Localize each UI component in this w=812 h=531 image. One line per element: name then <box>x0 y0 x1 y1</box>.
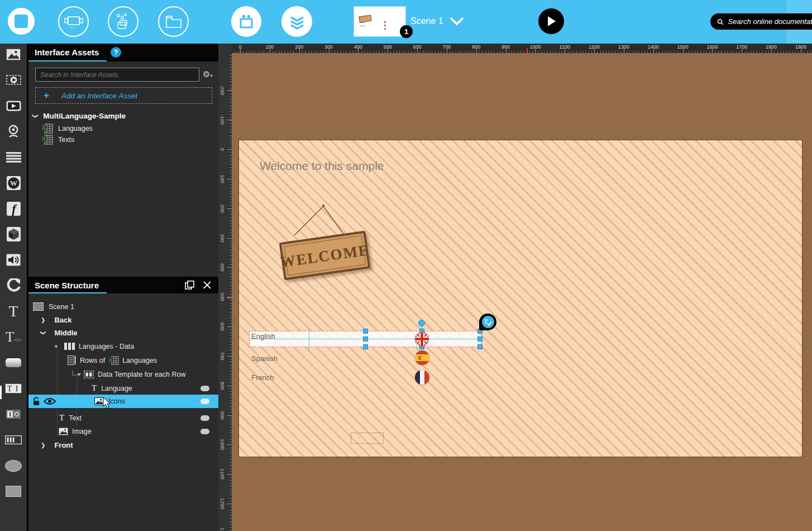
add-interface-asset-button[interactable]: + Add an Interface Asset <box>35 87 212 104</box>
tree-row-rows-of-languages[interactable]: Rows of X Languages <box>28 354 218 367</box>
tool-audio[interactable] <box>5 252 22 268</box>
rows-icon <box>68 355 76 365</box>
online-doc-search[interactable]: Search online documentation <box>710 13 812 30</box>
active-tool-indicator <box>0 386 2 399</box>
scene-selector-chevron-down-icon[interactable] <box>448 16 465 27</box>
interface-assets-button[interactable] <box>108 6 138 37</box>
home-button[interactable] <box>8 8 35 35</box>
scene-selector-label[interactable]: Scene 1 <box>410 16 443 26</box>
scene-thumbnail[interactable] <box>354 7 405 36</box>
visibility-pill[interactable] <box>200 415 209 421</box>
asset-item-texts[interactable]: X Texts <box>41 135 74 145</box>
resize-handle-e[interactable] <box>477 336 483 342</box>
button-icon <box>6 358 21 367</box>
chevron-down-icon[interactable]: ❯ <box>40 330 46 335</box>
layers-button[interactable] <box>281 6 312 37</box>
visibility-pill[interactable] <box>200 429 209 434</box>
v-ruler-tick-label: 100 <box>219 174 225 183</box>
tool-button[interactable] <box>5 355 22 371</box>
tree-row-data-template[interactable]: Data Template for each Row <box>28 368 218 381</box>
edit-scene-button[interactable] <box>231 6 261 37</box>
tree-row-text[interactable]: T Text <box>28 411 218 424</box>
text-lines-icon <box>6 152 21 163</box>
design-canvas[interactable]: Welcome to this sample WELCOME English S… <box>232 53 812 531</box>
flag-uk-icon[interactable] <box>415 332 429 346</box>
tool-flash[interactable]: f <box>5 201 22 216</box>
v-ruler-tick-label: 300 <box>219 234 225 242</box>
scene-structure-titlebar: Scene Structure <box>28 277 218 293</box>
tool-rectangle[interactable] <box>5 483 22 499</box>
chevron-down-icon[interactable]: ❯ <box>32 113 39 118</box>
v-ruler-tick-label: 800 <box>219 381 225 390</box>
language-item-french[interactable]: French <box>251 373 274 382</box>
resize-handle-sw[interactable] <box>363 344 368 349</box>
selection-options-badge[interactable] <box>479 314 496 330</box>
visibility-pill[interactable] <box>200 399 209 404</box>
unlocked-icon[interactable] <box>32 397 40 406</box>
chevron-right-icon[interactable]: ❯ <box>41 317 45 323</box>
scenes-button[interactable]: ‹ › <box>58 6 89 37</box>
rich-text-icon: T</> <box>6 329 21 345</box>
tool-3d-model[interactable] <box>5 226 22 242</box>
tool-toggle[interactable] <box>5 406 22 422</box>
v-ruler-tick-label: 200 <box>219 204 225 212</box>
resize-handle-w[interactable] <box>363 336 368 342</box>
search-icon <box>717 18 724 26</box>
tool-text[interactable]: T <box>5 304 22 319</box>
tree-row-icons-selected[interactable]: Icons <box>28 395 218 408</box>
flag-france-icon[interactable] <box>415 370 429 385</box>
svg-text:X: X <box>41 124 46 132</box>
tool-text-input[interactable]: T I <box>5 381 22 396</box>
ellipse-icon <box>5 460 22 472</box>
v-ruler-tick-label: -200 <box>219 85 225 95</box>
project-folder-button[interactable] <box>158 6 189 37</box>
tool-asset-grid[interactable] <box>5 432 22 448</box>
tool-rich-text[interactable]: T</> <box>5 329 22 345</box>
interface-assets-search-input[interactable] <box>35 68 199 82</box>
tree-row-middle[interactable]: ❯ Middle <box>28 326 218 339</box>
tool-excel-interface-asset[interactable] <box>5 278 22 293</box>
flag-spain-icon[interactable] <box>415 350 429 365</box>
asset-group-multilanguage-sample[interactable]: ❯ MultiLanguage-Sample <box>33 112 126 120</box>
asset-item-languages[interactable]: X Languages <box>41 124 93 134</box>
chevron-right-icon[interactable]: ❯ <box>41 442 45 448</box>
tool-ellipse[interactable] <box>5 458 22 473</box>
v-ruler-tick-label: 500 <box>219 293 225 301</box>
tool-text-document[interactable] <box>5 149 22 165</box>
tree-row-back[interactable]: ❯ Back <box>28 314 218 326</box>
toolbar-divider <box>27 44 28 531</box>
welcome-title-text[interactable]: Welcome to this sample <box>260 159 384 173</box>
webcam-icon <box>7 125 20 139</box>
resize-handle-se[interactable] <box>477 344 483 349</box>
top-toolbar: ‹ › <box>0 0 812 44</box>
rotation-handle[interactable] <box>418 320 425 326</box>
excel-spreadsheet-icon: X <box>41 124 53 134</box>
eye-icon[interactable] <box>44 397 56 405</box>
play-button[interactable] <box>538 8 564 34</box>
v-ruler-tick-label: 1300 <box>219 528 225 531</box>
tree-row-scene1[interactable]: Scene 1 <box>28 300 218 313</box>
tool-youtube[interactable] <box>5 98 22 113</box>
close-panel-icon[interactable] <box>203 281 212 290</box>
help-button[interactable]: ? <box>111 47 121 58</box>
tree-row-front[interactable]: ❯ Front <box>28 439 218 452</box>
v-ruler-tick-label: 1000 <box>219 439 225 450</box>
search-options-gear-icon[interactable]: ⚙▾ <box>203 69 212 79</box>
popout-panel-icon[interactable] <box>185 281 194 290</box>
tree-row-languages-data[interactable]: ▼ Languages - Data <box>28 340 218 353</box>
tool-webcam[interactable] <box>5 124 22 139</box>
tool-image[interactable] <box>5 46 22 62</box>
tree-row-language[interactable]: T Language <box>28 382 218 395</box>
resize-handle-nw[interactable] <box>363 329 368 334</box>
tree-row-image[interactable]: Image <box>28 425 218 438</box>
tool-wikipedia[interactable]: W <box>5 175 22 191</box>
v-ruler-tick-label: 600 <box>219 323 225 331</box>
expand-triangle-icon[interactable]: ▼ <box>54 344 59 349</box>
language-item-spanish[interactable]: Spanish <box>251 354 278 363</box>
visibility-pill[interactable] <box>200 386 209 391</box>
welcome-sign-image[interactable]: WELCOME <box>272 203 378 284</box>
text-icon: T <box>59 413 64 423</box>
tool-video[interactable] <box>5 72 22 88</box>
scene-stage[interactable] <box>238 140 803 457</box>
rectangle-icon <box>6 486 21 497</box>
